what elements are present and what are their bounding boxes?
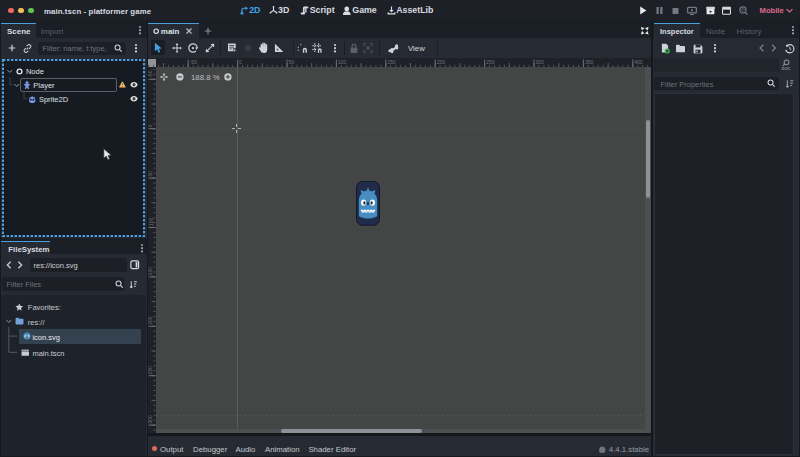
svg-text:150: 150 [148,267,154,276]
svg-text:250: 250 [148,366,154,375]
svg-text:-50: -50 [148,70,154,77]
svg-text:150: 150 [387,59,396,65]
svg-text:400: 400 [634,59,643,65]
svg-text:250: 250 [486,59,495,65]
svg-text:200: 200 [148,316,154,325]
svg-text:50: 50 [148,171,154,177]
svg-text:200: 200 [437,59,446,65]
svg-text:100: 100 [338,59,347,65]
svg-text:300: 300 [536,59,545,65]
svg-text:100: 100 [148,217,154,226]
svg-text:50: 50 [289,59,295,65]
svg-text:DOC: DOC [782,66,791,71]
svg-text:0: 0 [239,59,242,65]
svg-text:300: 300 [148,415,154,424]
svg-text:350: 350 [585,59,594,65]
svg-text:0: 0 [148,124,154,127]
svg-text:-50: -50 [190,59,197,65]
